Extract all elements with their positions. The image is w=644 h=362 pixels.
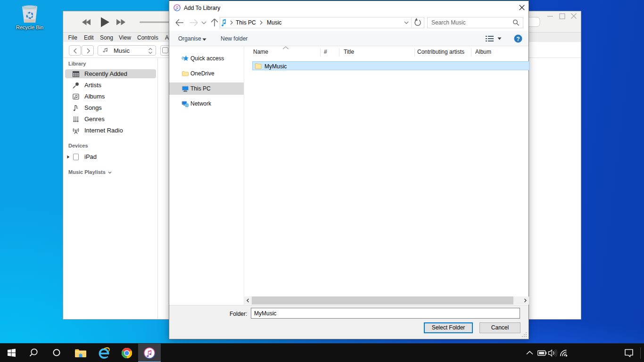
svg-text:?: ? bbox=[516, 36, 520, 42]
svg-text:This PC: This PC bbox=[236, 19, 256, 26]
svg-text:Search Music: Search Music bbox=[431, 19, 466, 26]
svg-text:Music: Music bbox=[267, 19, 281, 26]
